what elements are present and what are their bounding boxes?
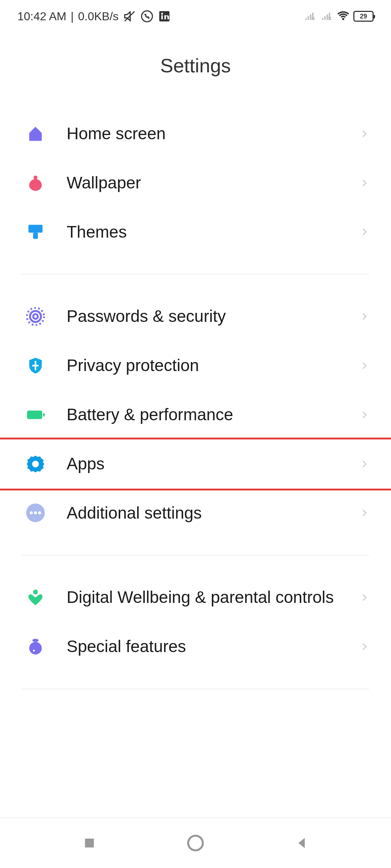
battery-icon: 29 bbox=[353, 11, 374, 22]
svg-rect-24 bbox=[27, 410, 42, 419]
person-heart-icon bbox=[25, 587, 46, 608]
settings-item-battery-performance[interactable]: Battery & performance bbox=[0, 390, 391, 439]
chevron-right-icon bbox=[359, 410, 369, 420]
svg-point-33 bbox=[29, 642, 42, 655]
svg-point-36 bbox=[188, 836, 203, 851]
chevron-right-icon bbox=[359, 129, 369, 139]
settings-item-digital-wellbeing[interactable]: Digital Wellbeing & parental controls bbox=[0, 573, 391, 622]
flask-icon bbox=[25, 637, 46, 657]
settings-list: Home screen Wallpaper Themes bbox=[0, 109, 391, 689]
status-left: 10:42 AM | 0.0KB/s bbox=[17, 10, 171, 23]
settings-item-label: Wallpaper bbox=[46, 172, 359, 194]
chevron-right-icon bbox=[359, 592, 369, 603]
svg-rect-19 bbox=[29, 225, 43, 233]
svg-rect-20 bbox=[33, 233, 38, 239]
chevron-right-icon bbox=[359, 178, 369, 188]
svg-rect-12 bbox=[324, 16, 326, 20]
status-right: 29 bbox=[303, 10, 374, 23]
svg-point-31 bbox=[33, 590, 38, 595]
divider bbox=[22, 689, 369, 689]
page-title: Settings bbox=[0, 33, 391, 109]
settings-item-label: Additional settings bbox=[46, 502, 359, 524]
svg-rect-6 bbox=[308, 16, 309, 20]
status-time: 10:42 AM bbox=[17, 10, 66, 23]
wifi-icon bbox=[337, 10, 350, 23]
svg-point-4 bbox=[161, 13, 163, 14]
svg-rect-7 bbox=[310, 14, 311, 20]
shield-icon bbox=[25, 356, 46, 376]
settings-item-apps[interactable]: Apps bbox=[0, 438, 391, 490]
chevron-right-icon bbox=[359, 459, 369, 469]
chevron-right-icon bbox=[359, 227, 369, 237]
battery-icon bbox=[25, 405, 46, 425]
chevron-right-icon bbox=[359, 508, 369, 518]
nav-back-button[interactable] bbox=[291, 832, 312, 854]
settings-item-label: Digital Wellbeing & parental controls bbox=[46, 587, 359, 608]
settings-item-label: Special features bbox=[46, 636, 359, 658]
signal-2-icon bbox=[320, 10, 333, 23]
gear-icon bbox=[25, 454, 46, 474]
svg-point-22 bbox=[30, 311, 41, 322]
status-data-rate: 0.0KB/s bbox=[78, 10, 119, 23]
signal-1-icon bbox=[303, 10, 316, 23]
status-bar: 10:42 AM | 0.0KB/s bbox=[0, 0, 391, 33]
svg-point-34 bbox=[33, 650, 35, 651]
divider bbox=[22, 555, 369, 556]
divider bbox=[22, 274, 369, 275]
nav-home-button[interactable] bbox=[185, 832, 206, 854]
more-icon bbox=[25, 503, 46, 523]
svg-rect-35 bbox=[85, 839, 94, 848]
svg-point-21 bbox=[33, 314, 38, 319]
svg-rect-3 bbox=[161, 15, 163, 19]
svg-rect-5 bbox=[306, 18, 307, 20]
svg-point-29 bbox=[34, 511, 37, 514]
svg-point-30 bbox=[38, 511, 41, 514]
brush-icon bbox=[25, 222, 46, 242]
settings-item-label: Passwords & security bbox=[46, 306, 359, 327]
svg-point-28 bbox=[30, 511, 33, 514]
svg-rect-13 bbox=[327, 14, 328, 20]
whatsapp-icon bbox=[140, 10, 154, 23]
settings-item-wallpaper[interactable]: Wallpaper bbox=[0, 158, 391, 208]
mute-icon bbox=[123, 10, 136, 23]
home-icon bbox=[25, 124, 46, 144]
settings-item-label: Privacy protection bbox=[46, 355, 359, 376]
nav-bar bbox=[0, 817, 391, 868]
settings-item-home-screen[interactable]: Home screen bbox=[0, 109, 391, 158]
settings-item-special-features[interactable]: Special features bbox=[0, 622, 391, 671]
settings-item-label: Apps bbox=[46, 453, 359, 475]
fingerprint-icon bbox=[25, 306, 46, 327]
svg-point-26 bbox=[32, 460, 39, 467]
svg-rect-25 bbox=[43, 413, 45, 416]
svg-point-32 bbox=[32, 639, 38, 642]
flower-icon bbox=[25, 173, 46, 193]
settings-item-label: Themes bbox=[46, 221, 359, 243]
status-separator: | bbox=[71, 10, 73, 23]
svg-point-18 bbox=[34, 175, 38, 179]
svg-point-1 bbox=[142, 11, 152, 22]
settings-item-label: Battery & performance bbox=[46, 404, 359, 426]
chevron-right-icon bbox=[359, 311, 369, 322]
linkedin-icon bbox=[158, 10, 171, 23]
settings-item-label: Home screen bbox=[46, 123, 359, 145]
chevron-right-icon bbox=[359, 642, 369, 652]
chevron-right-icon bbox=[359, 361, 369, 371]
settings-item-themes[interactable]: Themes bbox=[0, 208, 391, 257]
battery-level: 29 bbox=[360, 13, 367, 20]
settings-item-passwords-security[interactable]: Passwords & security bbox=[0, 292, 391, 341]
settings-item-privacy-protection[interactable]: Privacy protection bbox=[0, 341, 391, 390]
settings-item-additional-settings[interactable]: Additional settings bbox=[0, 489, 391, 538]
svg-point-17 bbox=[342, 18, 344, 20]
svg-rect-11 bbox=[322, 18, 324, 20]
nav-recent-button[interactable] bbox=[79, 832, 100, 854]
